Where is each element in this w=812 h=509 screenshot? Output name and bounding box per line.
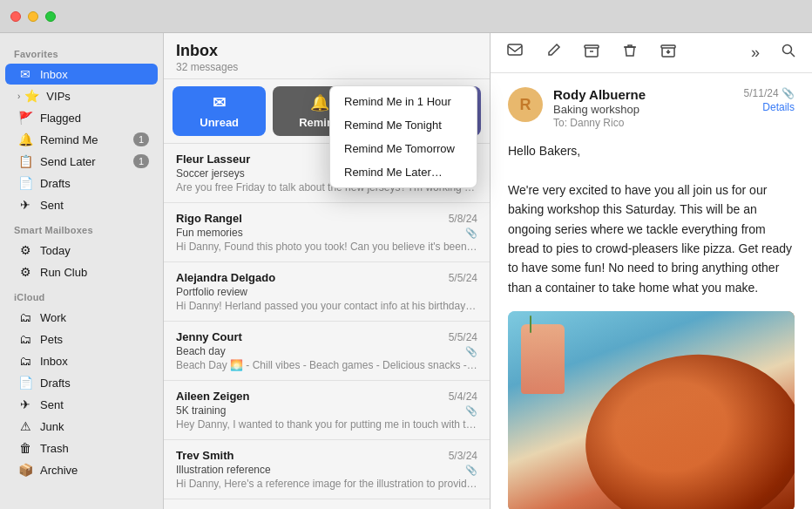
fullscreen-button[interactable] bbox=[45, 11, 56, 22]
sidebar-item-today[interactable]: ⚙ Today bbox=[5, 240, 158, 261]
sidebar-section-favorites: Favorites bbox=[0, 40, 163, 63]
sidebar-item-vips[interactable]: › ⭐ VIPs bbox=[5, 85, 158, 106]
sidebar-section-icloud: iCloud bbox=[0, 283, 163, 306]
detail-toolbar: » bbox=[491, 33, 812, 73]
flag-icon: 🚩 bbox=[17, 110, 33, 126]
more-toolbar-icon[interactable]: » bbox=[748, 42, 763, 64]
unread-filter-button[interactable]: ✉ Unread bbox=[173, 86, 266, 136]
junk-icon: ⚠ bbox=[17, 418, 33, 434]
send-later-badge: 1 bbox=[133, 154, 149, 168]
sidebar-item-flagged[interactable]: 🚩 Flagged bbox=[5, 107, 158, 128]
details-link[interactable]: Details bbox=[744, 101, 795, 113]
message-list-pane: Inbox 32 messages ✉ Unread 🔔 Remind Rody… bbox=[164, 33, 491, 509]
message-row-alejandra[interactable]: Alejandra Delgado 5/5/24 Portfolio revie… bbox=[164, 262, 490, 322]
svg-rect-0 bbox=[508, 44, 522, 55]
message-row-rigo[interactable]: Rigo Rangel 5/8/24 Fun memories 📎 Hi Dan… bbox=[164, 203, 490, 262]
app-body: Favorites ✉ Inbox › ⭐ VIPs 🚩 Flagged 🔔 R… bbox=[0, 33, 812, 509]
remind-me-badge: 1 bbox=[133, 132, 149, 146]
archive-icon: 📦 bbox=[17, 462, 33, 478]
close-button[interactable] bbox=[10, 11, 21, 22]
sidebar-item-icloud-sent[interactable]: ✈ Sent bbox=[5, 394, 158, 415]
messages-scroll: Fleur Lasseur 5/10/24 Soccer jerseys Are… bbox=[164, 144, 490, 509]
today-icon: ⚙ bbox=[17, 242, 33, 258]
attachment-icon: 📎 bbox=[465, 346, 477, 357]
sidebar-section-smart: Smart Mailboxes bbox=[0, 216, 163, 239]
attachment-icon: 📎 bbox=[465, 405, 477, 417]
icloud-drafts-icon: 📄 bbox=[17, 375, 33, 390]
svg-rect-1 bbox=[585, 45, 599, 48]
inbox-icon: ✉ bbox=[17, 66, 33, 82]
detail-content: R Rody Albuerne Baking workshop To: Dann… bbox=[491, 73, 812, 509]
remind-later-option[interactable]: Remind Me Later… bbox=[330, 160, 477, 184]
sidebar-item-drafts[interactable]: 📄 Drafts bbox=[5, 173, 158, 193]
pets-icon: 🗂 bbox=[17, 331, 33, 347]
sidebar-item-junk[interactable]: ⚠ Junk bbox=[5, 416, 158, 437]
titlebar bbox=[0, 0, 812, 33]
archive-toolbar-icon[interactable] bbox=[579, 40, 604, 65]
remind-1-hour-option[interactable]: Remind Me in 1 Hour bbox=[330, 90, 477, 113]
bell-icon: 🔔 bbox=[17, 132, 33, 147]
search-toolbar-icon[interactable] bbox=[777, 41, 800, 64]
icloud-sent-icon: ✈ bbox=[17, 397, 33, 412]
message-row-trev[interactable]: Trev Smith 5/3/24 Illustration reference… bbox=[164, 440, 490, 499]
email-meta: Rody Albuerne Baking workshop To: Danny … bbox=[553, 87, 744, 129]
folder-icon: 🗂 bbox=[17, 309, 33, 325]
move-toolbar-icon[interactable] bbox=[656, 40, 680, 65]
sidebar-item-work[interactable]: 🗂 Work bbox=[5, 307, 158, 328]
unread-icon: ✉ bbox=[213, 93, 226, 112]
sidebar-item-pets[interactable]: 🗂 Pets bbox=[5, 329, 158, 350]
attachment-indicator: 📎 bbox=[782, 87, 795, 99]
sidebar-item-archive[interactable]: 📦 Archive bbox=[5, 459, 158, 480]
trash-toolbar-icon[interactable] bbox=[618, 40, 642, 65]
email-subject: Baking workshop bbox=[553, 103, 744, 116]
attachment-icon: 📎 bbox=[465, 227, 477, 239]
remind-tonight-option[interactable]: Remind Me Tonight bbox=[330, 113, 477, 137]
svg-rect-2 bbox=[661, 45, 675, 48]
sidebar-item-run-club[interactable]: ⚙ Run Club bbox=[5, 261, 158, 282]
detail-pane: » R Rody Albuerne Baking workshop To: Da… bbox=[491, 33, 812, 509]
email-date: 5/11/24 bbox=[744, 87, 779, 99]
chevron-icon: › bbox=[17, 92, 20, 101]
attachment-icon: 📎 bbox=[465, 465, 477, 476]
sidebar-item-icloud-drafts[interactable]: 📄 Drafts bbox=[5, 372, 158, 393]
sidebar-item-icloud-inbox[interactable]: 🗂 Inbox bbox=[5, 350, 158, 371]
email-to: To: Danny Rico bbox=[553, 117, 744, 129]
avatar: R bbox=[508, 87, 543, 122]
runclub-icon: ⚙ bbox=[17, 264, 33, 280]
message-row-aileen[interactable]: Aileen Zeigen 5/4/24 5K training 📎 Hey D… bbox=[164, 381, 490, 440]
sidebar-item-inbox[interactable]: ✉ Inbox bbox=[5, 64, 158, 85]
remind-dropdown: Remind Me in 1 Hour Remind Me Tonight Re… bbox=[329, 85, 477, 188]
sidebar-item-remind-me[interactable]: 🔔 Remind Me 1 bbox=[5, 129, 158, 150]
sidebar-item-trash[interactable]: 🗑 Trash bbox=[5, 438, 158, 458]
email-image bbox=[508, 311, 795, 509]
email-from: Rody Albuerne bbox=[553, 87, 744, 102]
email-body: Hello Bakers, We're very excited to have… bbox=[508, 141, 795, 297]
remind-icon: 🔔 bbox=[310, 93, 329, 112]
trash-icon: 🗑 bbox=[17, 440, 33, 456]
pane-header: Inbox 32 messages bbox=[164, 33, 490, 79]
sidebar-item-send-later[interactable]: 📋 Send Later 1 bbox=[5, 151, 158, 172]
sendlater-icon: 📋 bbox=[17, 153, 33, 169]
email-date-area: 5/11/24 📎 Details bbox=[744, 87, 795, 113]
message-row-jenny[interactable]: Jenny Court 5/5/24 Beach day 📎 Beach Day… bbox=[164, 322, 490, 381]
sent-icon: ✈ bbox=[17, 197, 33, 213]
compose-icon[interactable] bbox=[541, 40, 565, 65]
star-icon: ⭐ bbox=[24, 88, 39, 104]
sidebar-item-sent[interactable]: ✈ Sent bbox=[5, 194, 158, 215]
inbox-title: Inbox bbox=[176, 42, 477, 60]
new-message-icon[interactable] bbox=[503, 40, 527, 65]
sidebar: Favorites ✉ Inbox › ⭐ VIPs 🚩 Flagged 🔔 R… bbox=[0, 33, 164, 509]
minimize-button[interactable] bbox=[28, 11, 38, 22]
email-header: R Rody Albuerne Baking workshop To: Dann… bbox=[508, 87, 795, 129]
remind-tomorrow-option[interactable]: Remind Me Tomorrow bbox=[330, 137, 477, 160]
icloud-inbox-icon: 🗂 bbox=[17, 353, 33, 369]
svg-point-3 bbox=[783, 45, 792, 54]
drafts-icon: 📄 bbox=[17, 175, 33, 191]
message-count: 32 messages bbox=[176, 61, 477, 73]
